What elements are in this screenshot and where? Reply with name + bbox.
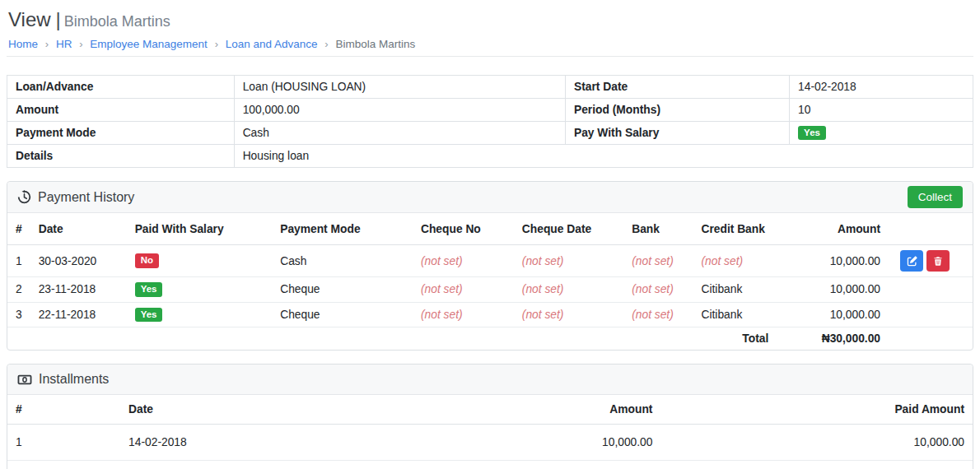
credit-bank: Citibank xyxy=(693,302,777,327)
column-header: Amount xyxy=(777,213,889,245)
page-title-separator: | xyxy=(56,8,61,30)
bank: (not set) xyxy=(623,302,693,327)
payment-actions xyxy=(889,302,973,327)
cheque-date: (not set) xyxy=(514,302,623,327)
paid-with-salary-badge: Yes xyxy=(135,282,163,297)
installments-table: # Date Amount Paid Amount 1 14-02-2018 1… xyxy=(7,395,973,469)
payment-num: 1 xyxy=(7,245,30,277)
money-bill-icon xyxy=(17,373,32,387)
installments-header: Installments xyxy=(7,365,973,395)
installments-header-row: # Date Amount Paid Amount xyxy=(7,395,973,425)
breadcrumb-separator: › xyxy=(45,38,49,50)
loan-details-row: Details Housing loan xyxy=(7,145,973,168)
payment-row: 2 23-11-2018 Yes Cheque (not set) (not s… xyxy=(7,277,973,303)
payment-date: 30-03-2020 xyxy=(30,245,127,277)
column-header: Date xyxy=(120,395,535,425)
column-header: # xyxy=(7,395,120,425)
column-header: Payment Mode xyxy=(272,213,413,245)
total-label: Total xyxy=(693,327,777,351)
detail-label: Pay With Salary xyxy=(565,122,789,145)
installments-title-text: Installments xyxy=(39,372,109,387)
breadcrumb-separator: › xyxy=(215,38,218,50)
installment-date: 14-02-2018 xyxy=(120,425,535,461)
payment-history-card: Payment History Collect # Date Paid With… xyxy=(7,181,973,351)
payment-history-title: Payment History xyxy=(17,190,134,205)
detail-label: Details xyxy=(7,145,235,168)
loan-details-row: Amount 100,000.00 Period (Months) 10 xyxy=(7,99,973,122)
column-header: # xyxy=(7,213,30,245)
bank: (not set) xyxy=(623,245,693,277)
installment-paid-amount: 10,000.00 xyxy=(660,425,973,461)
credit-bank: Citibank xyxy=(693,277,777,303)
breadcrumb-link-home[interactable]: Home xyxy=(8,38,38,50)
installments-card: Installments # Date Amount Paid Amount 1… xyxy=(7,364,973,469)
installment-amount: 10,000.00 xyxy=(535,425,660,461)
column-header-actions xyxy=(889,213,973,245)
collect-button[interactable]: Collect xyxy=(908,186,963,208)
payment-amount: 10,000.00 xyxy=(777,245,889,277)
detail-label: Loan/Advance xyxy=(7,76,235,99)
payment-history-header-row: # Date Paid With Salary Payment Mode Che… xyxy=(7,213,973,245)
breadcrumb: Home › HR › Employee Management › Loan a… xyxy=(8,38,972,50)
page-title-subject: Bimbola Martins xyxy=(64,13,170,30)
cheque-no: (not set) xyxy=(413,245,514,277)
detail-label: Amount xyxy=(7,99,235,122)
payment-history-header: Payment History Collect xyxy=(7,182,973,213)
payment-amount: 10,000.00 xyxy=(777,277,889,303)
paid-with-salary-badge: No xyxy=(135,253,159,268)
column-header: Paid With Salary xyxy=(127,213,273,245)
detail-label: Payment Mode xyxy=(7,122,235,145)
cheque-date: (not set) xyxy=(514,277,623,303)
breadcrumb-current: Bimbola Martins xyxy=(335,38,415,50)
loan-details-row: Loan/Advance Loan (HOUSING LOAN) Start D… xyxy=(7,76,973,99)
installments-title: Installments xyxy=(17,372,109,387)
breadcrumb-separator: › xyxy=(324,38,328,50)
breadcrumb-link-hr[interactable]: HR xyxy=(56,38,72,50)
cheque-date: (not set) xyxy=(514,245,623,277)
installment-num: 1 xyxy=(7,425,120,461)
payment-num: 2 xyxy=(7,277,30,303)
detail-label: Start Date xyxy=(565,76,789,99)
delete-button[interactable] xyxy=(926,250,950,272)
payment-mode: Cheque xyxy=(272,277,413,303)
payment-actions xyxy=(889,277,973,303)
edit-button[interactable] xyxy=(900,250,923,272)
column-header: Bank xyxy=(623,213,693,245)
detail-value: 10 xyxy=(790,99,973,122)
total-amount: ₦30,000.00 xyxy=(777,327,889,351)
paid-with-salary-badge: Yes xyxy=(135,308,163,323)
pay-with-salary-badge: Yes xyxy=(798,126,826,141)
payment-row: 1 30-03-2020 No Cash (not set) (not set)… xyxy=(7,245,973,277)
installment-row-partial xyxy=(7,461,973,469)
column-header: Credit Bank xyxy=(693,213,777,245)
payment-history-title-text: Payment History xyxy=(38,190,134,205)
breadcrumb-separator: › xyxy=(79,38,82,50)
cheque-no: (not set) xyxy=(413,302,514,327)
edit-pencil-icon xyxy=(907,256,917,267)
payment-row: 3 22-11-2018 Yes Cheque (not set) (not s… xyxy=(7,302,973,327)
payment-date: 23-11-2018 xyxy=(30,277,127,303)
page-title: View|Bimbola Martins xyxy=(8,8,972,31)
breadcrumb-link-loan-and-advance[interactable]: Loan and Advance xyxy=(226,38,318,50)
column-header: Paid Amount xyxy=(660,395,973,425)
payment-history-table: # Date Paid With Salary Payment Mode Che… xyxy=(7,213,973,350)
payment-total-row: Total ₦30,000.00 xyxy=(7,327,973,351)
payment-date: 22-11-2018 xyxy=(30,302,127,327)
credit-bank: (not set) xyxy=(693,245,777,277)
payment-num: 3 xyxy=(7,302,30,327)
detail-value: Loan (HOUSING LOAN) xyxy=(234,76,565,99)
detail-value: Yes xyxy=(790,122,973,145)
column-header: Amount xyxy=(535,395,660,425)
header-divider xyxy=(7,56,973,57)
cheque-no: (not set) xyxy=(413,277,514,303)
page-title-main: View xyxy=(8,8,51,30)
history-icon xyxy=(17,190,31,204)
detail-value: 100,000.00 xyxy=(234,99,565,122)
column-header: Cheque Date xyxy=(514,213,623,245)
bank: (not set) xyxy=(623,277,693,303)
column-header: Cheque No xyxy=(413,213,514,245)
payment-actions xyxy=(889,245,973,277)
detail-label: Period (Months) xyxy=(565,99,789,122)
trash-icon xyxy=(933,256,943,267)
breadcrumb-link-employee-management[interactable]: Employee Management xyxy=(90,38,208,50)
